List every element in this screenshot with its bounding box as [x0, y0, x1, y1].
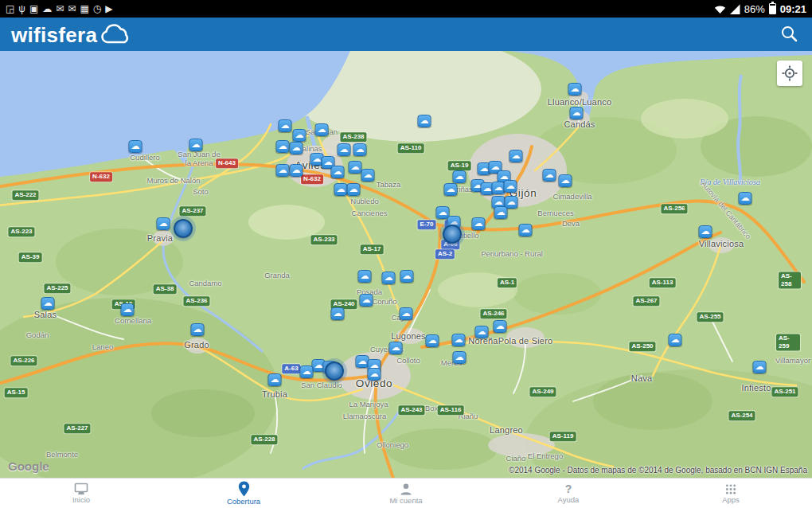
wifi-hotspot-marker[interactable]: ☁	[452, 334, 466, 346]
cloud-icon: ☁	[334, 309, 342, 318]
wifi-hotspot-marker[interactable]: ☁	[41, 297, 55, 310]
cloud-icon: ☁	[313, 154, 322, 163]
stats-icon: ▦	[80, 0, 88, 18]
wifi-hotspot-marker[interactable]: ☁	[290, 164, 303, 177]
wifi-hotspot-marker[interactable]: ☁	[453, 170, 467, 183]
wifi-hotspot-marker[interactable]: ☁	[347, 183, 361, 196]
road-badge: AS-225	[44, 283, 70, 293]
wifi-hotspot-marker[interactable]: ☁	[509, 150, 523, 162]
wifi-hotspot-marker[interactable]: ☁	[426, 334, 439, 347]
nav-item-cobertura[interactable]: Cobertura	[162, 479, 325, 508]
wifi-hotspot-marker[interactable]: ☁	[279, 119, 292, 132]
home-screen-icon	[73, 483, 89, 495]
map-label: Lluanco/Luanco	[548, 97, 611, 107]
road-badge: AS-227	[64, 424, 90, 433]
wifi-hotspot-marker[interactable]: ☁	[331, 166, 345, 178]
wifi-hotspot-marker[interactable]: ☁	[300, 365, 314, 378]
road-badge: AS-254	[728, 411, 755, 420]
app-header: wifisfera	[0, 18, 812, 51]
app-logo: wifisfera	[11, 24, 132, 45]
wifi-hotspot-marker[interactable]: ☁	[189, 139, 203, 151]
wifi-hotspot-marker[interactable]: ☁	[191, 323, 205, 336]
wifi-hotspot-marker[interactable]: ☁	[400, 270, 414, 283]
map[interactable]: AvilésGijónOviedoLluanco/LuancoCandásPra…	[0, 51, 812, 478]
wifi-hotspot-marker[interactable]: ☁	[475, 326, 489, 338]
wifi-hotspot-marker[interactable]: ☁	[453, 351, 467, 364]
wifi-hotspot-marker[interactable]: ☁	[739, 192, 752, 205]
cloud-icon: ☁	[483, 184, 492, 193]
wifi-hotspot-marker[interactable]: ☁	[276, 140, 290, 153]
road-badge: AS-236	[183, 296, 209, 306]
map-label: San Claudio	[301, 381, 342, 389]
nav-item-ayuda[interactable]: ? Ayuda	[487, 479, 650, 508]
wifi-hotspot-marker[interactable]: ☁	[331, 307, 345, 320]
wifi-hotspot-marker[interactable]: ☁	[753, 361, 767, 373]
road-badge: AS-38	[154, 284, 177, 294]
map-label: Salas	[34, 310, 57, 319]
wifi-hotspot-marker[interactable]: ☁	[494, 206, 508, 219]
wifi-hotspot-marker[interactable]: ☁	[543, 169, 556, 182]
cloud-icon: ☁	[351, 162, 360, 171]
wifi-hotspot-marker[interactable]: ☁	[418, 115, 431, 127]
wifi-hotspot-marker[interactable]: ☁	[290, 142, 303, 154]
nav-item-mi-cuenta[interactable]: Mi cuenta	[325, 479, 487, 508]
wifi-hotspot-marker[interactable]: ☁	[358, 270, 372, 283]
wifi-hotspot-marker[interactable]: ☁	[349, 161, 362, 174]
wifi-hotspot-marker[interactable]: ☁	[129, 140, 142, 153]
cloud-icon: ☁	[420, 116, 429, 125]
wifi-hotspot-marker[interactable]: ☁	[315, 123, 329, 136]
map-label: Godán	[26, 330, 49, 339]
wifi-hotspot-marker[interactable]: ☁	[276, 164, 290, 177]
cluster-marker[interactable]	[174, 219, 193, 238]
cloud-icon: ☁	[447, 185, 455, 193]
apps-grid-icon	[724, 483, 737, 495]
nav-label: Mi cuenta	[389, 497, 422, 505]
nav-item-apps[interactable]: Apps	[650, 479, 812, 508]
screenshot-icon: ▣	[29, 0, 38, 18]
nav-item-inicio[interactable]: Inicio	[0, 479, 162, 508]
wifi-hotspot-marker[interactable]: ☁	[360, 294, 373, 307]
map-label: Colloto	[396, 356, 420, 365]
wifi-hotspot-marker[interactable]: ☁	[519, 224, 533, 236]
wifi-hotspot-marker[interactable]: ☁	[293, 129, 306, 142]
road-badge: AS-246	[480, 309, 506, 318]
road-badge: AS-258	[779, 272, 801, 288]
nav-label: Apps	[722, 496, 740, 504]
search-icon	[780, 25, 798, 42]
status-bar: ◲ψ▣☁✉✉▦◷▶ 86% 09:21	[0, 0, 812, 18]
wifi-hotspot-marker[interactable]: ☁	[338, 143, 351, 156]
wifi-hotspot-marker[interactable]: ☁	[157, 217, 170, 230]
wifi-hotspot-marker[interactable]: ☁	[361, 169, 375, 182]
map-label: Coruño	[372, 297, 396, 306]
map-label: Deva	[562, 219, 580, 228]
wifi-hotspot-marker[interactable]: ☁	[472, 217, 486, 230]
wifi-hotspot-marker[interactable]: ☁	[389, 342, 403, 354]
nav-label: Cobertura	[227, 498, 260, 506]
road-badge: E-70	[418, 220, 436, 229]
wifi-hotspot-marker[interactable]: ☁	[353, 143, 367, 156]
email-icon: ✉	[68, 0, 76, 18]
wifi-hotspot-marker[interactable]: ☁	[669, 334, 682, 346]
wifi-hotspot-marker[interactable]: ☁	[121, 303, 135, 316]
cluster-marker[interactable]	[325, 361, 344, 381]
wifi-hotspot-marker[interactable]: ☁	[570, 107, 584, 119]
wifi-hotspot-marker[interactable]: ☁	[382, 272, 396, 284]
wifi-hotspot-marker[interactable]: ☁	[400, 307, 413, 320]
wifi-hotspot-marker[interactable]: ☁	[568, 83, 582, 96]
my-location-button[interactable]	[777, 61, 802, 86]
wifi-hotspot-marker[interactable]: ☁	[368, 368, 381, 381]
cloud-icon: ☁	[271, 375, 279, 384]
wifi-hotspot-marker[interactable]: ☁	[494, 320, 507, 333]
cloud-icon: ☁	[571, 84, 580, 93]
wifi-hotspot-marker[interactable]: ☁	[268, 373, 282, 386]
wifi-hotspot-marker[interactable]: ☁	[699, 225, 712, 238]
cluster-marker[interactable]	[443, 225, 462, 244]
wifi-hotspot-marker[interactable]: ☁	[444, 183, 458, 196]
search-button[interactable]	[777, 21, 801, 48]
wifi-hotspot-marker[interactable]: ☁	[504, 180, 517, 193]
wifi-hotspot-marker[interactable]: ☁	[334, 183, 348, 196]
cloud-icon: ☁	[428, 336, 437, 345]
cloud-icon: ☁	[491, 162, 500, 171]
wifi-hotspot-marker[interactable]: ☁	[559, 174, 572, 187]
cloud-icon: ☁	[392, 343, 400, 352]
